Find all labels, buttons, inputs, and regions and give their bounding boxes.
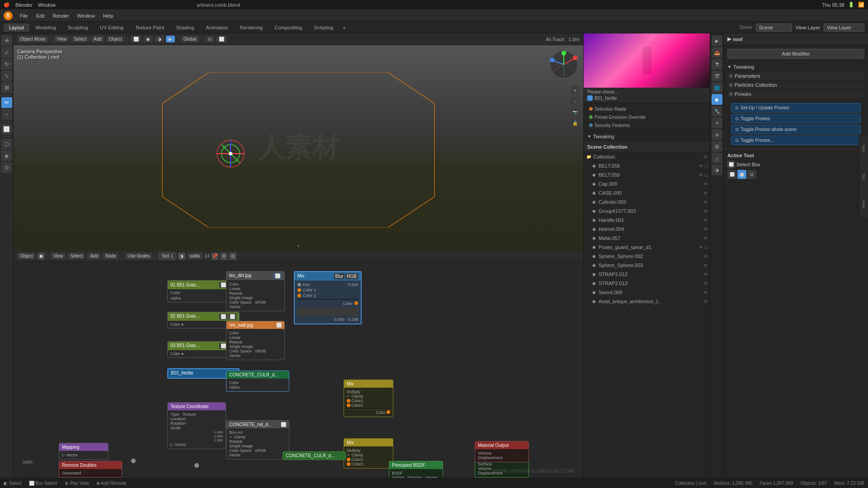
node-concrete-img[interactable]: CONCRETE_nsl_d... ⬜ Box Arc ✓ Clamp Repe… [226,420,289,460]
select-box-icon[interactable]: ⬜ [727,161,735,168]
node-bottom-1[interactable]: Mapping ▷ Vector [59,443,108,460]
outliner-item-sphere003[interactable]: ◉ Sphere_Sphere.003 👁 [584,261,710,270]
material-icon[interactable]: ◑ [178,253,185,260]
tool-tab[interactable]: Tool [859,163,868,190]
camera-btn[interactable]: 📷 [571,108,580,117]
case000-eye[interactable]: 👁 [703,191,708,196]
menu-file[interactable]: File [16,12,32,19]
node-texture-coord[interactable]: Texture Coordinate Type Texture Location… [167,402,226,449]
belt059-restrict[interactable]: ◻ [704,173,708,178]
node-mix-center[interactable]: Mix Blur RGB Fac 0.500 [294,271,362,324]
toggle-proxies-btn[interactable]: ⊙ Toggle Proxies [731,114,861,123]
prop-particles[interactable]: ✦ [712,117,722,128]
tab-animation[interactable]: Animation [201,23,234,32]
tool-rotate[interactable]: ↻ [1,59,12,70]
tab-sculpting[interactable]: Sculpting [62,23,94,32]
node-mix-btn1[interactable]: Blur [334,273,345,279]
node-02-btn2[interactable]: ⬜ [228,314,236,319]
view-layer-input[interactable] [824,23,864,32]
item-tab[interactable]: Item [859,136,868,163]
tool-add-obj[interactable]: ⬜ [1,124,12,135]
metal057-eye[interactable]: 👁 [703,236,708,241]
pin-icon[interactable]: 📌 [211,253,218,260]
node-img-tex-2[interactable]: nrk_wall.jpg ⬜ Color Linear Repeat Singl… [226,321,285,360]
tool-annotate[interactable]: ✏ [1,97,12,108]
tab-modeling[interactable]: Modeling [30,23,61,32]
node-tex-btn[interactable]: ⬜ [274,273,282,279]
node-yellow-mix[interactable]: Mix Multiply ✓ Clamp Color1 Color2 [344,380,393,417]
outliner-item-asset-antique[interactable]: ◉ Asset_antique_architecture_1... 👁 [584,297,710,306]
zoom-in-btn[interactable]: + [571,86,580,95]
prop-scene[interactable]: 🎬 [712,70,722,81]
color-mode-btn-2[interactable]: ⬤ [737,170,746,179]
particles-collection-row[interactable]: ⊙ Particles Collection [727,81,864,89]
menu-edit[interactable]: Edit [33,12,48,19]
sphere002-eye[interactable]: 👁 [703,254,708,259]
outliner-item-cylinder003[interactable]: ◉ Cylinder.003 👁 [584,197,710,206]
outliner-item-strap2013[interactable]: ◉ STRAP2.013 👁 [584,279,710,288]
tab-add[interactable]: + [340,23,349,32]
add-modifier-btn[interactable]: Add Modifier [727,49,864,59]
node-concrete-color[interactable]: CONCRETE_CULR_d... Color Alpha [226,371,289,392]
tweaking-header[interactable]: ▼ Tweaking [585,132,708,141]
node-02-btn1[interactable]: ⬜ [219,314,227,319]
mode-dropdown[interactable]: Object Mode [17,36,48,42]
sword000-eye[interactable]: 👁 [703,290,708,295]
outliner-item-collection[interactable]: 📁 Collection 👁 [584,152,710,161]
prop-constraints[interactable]: ⛓ [712,141,722,152]
tool-transform[interactable]: ⊞ [1,82,12,93]
strap2012-eye[interactable]: 👁 [703,272,708,277]
select-box-row[interactable]: ⬜ Select Box [727,161,864,168]
menu-help[interactable]: Help [99,12,117,19]
outliner-item-belt058[interactable]: ◉ BELT.058 👁 ◻ [584,161,710,170]
cap000-eye[interactable]: 👁 [703,182,708,187]
apple-menu[interactable]: 🍎 [4,2,10,8]
menu-window[interactable]: Window [74,12,99,19]
shading-solid[interactable]: ◉ [143,36,153,42]
outliner-item-strap2012[interactable]: ◉ STRAP2.012 👁 [584,270,710,279]
prop-object[interactable]: ◉ [712,94,722,105]
tool-n1[interactable]: ⬡ [1,139,12,150]
handle001-eye[interactable]: 👁 [703,218,708,223]
preset-emission-row[interactable]: Preset Emission Override [587,113,706,121]
outliner-item-handle001[interactable]: ◉ Handle.001 👁 [584,216,710,225]
scene-input[interactable] [756,23,792,32]
node-yellow-mix2[interactable]: Mix Multiply ✓ Clamp Color1 Color2 [344,438,393,469]
ne-select[interactable]: Select [67,253,85,259]
tab-layout[interactable]: Layout [4,23,29,32]
tab-shading[interactable]: Shading [170,23,199,32]
group41377-eye[interactable]: 👁 [703,209,708,214]
tool-n2[interactable]: ◈ [1,150,12,161]
color-mode-btn-3[interactable]: ⊡ [747,170,756,179]
tab-uv-editing[interactable]: UV Editing [94,23,129,32]
zoom-out-btn[interactable]: − [571,97,580,106]
prop-render[interactable]: ▶ [712,35,722,46]
outliner-item-group41377[interactable]: ◉ Group41377.003 👁 [584,206,710,216]
node-principled[interactable]: Principled BSDF BSDF Surface Emission Vo… [389,461,443,478]
object-menu[interactable]: Object [106,36,125,42]
global-local[interactable]: Global [181,36,199,42]
belt058-eye[interactable]: 👁 [699,164,703,169]
view-menu[interactable]: View [54,36,70,42]
prop-output[interactable]: 📤 [712,47,722,58]
node-type-icon[interactable]: ⬣ [38,253,45,260]
parameters-row[interactable]: ⊙ Parameters [727,72,864,80]
prop-modifier[interactable]: 🔧 [712,106,722,117]
xray-toggle[interactable]: ⬜ [216,36,227,42]
overlay-toggle[interactable]: ⊙ [205,36,214,42]
toggle-proxies-whole-scene-btn[interactable]: ⊙ Toggle Proxies whole scene [731,125,861,134]
window-menu[interactable]: Window [38,2,56,8]
outliner-item-metal057[interactable]: ◉ Metal.057 👁 [584,234,710,243]
view-tab[interactable]: View [859,191,868,218]
tab-rendering[interactable]: Rendering [234,23,268,32]
tool-measure[interactable]: ↔ [1,109,12,120]
ne-add[interactable]: Add [87,253,101,259]
posesguard-eye[interactable]: 👁 [699,245,703,250]
preview-btn-play[interactable] [587,95,593,101]
shading-rendered[interactable]: ▶ [166,36,175,42]
outliner-item-belt059[interactable]: ◉ BELT.059 👁 ◻ [584,170,710,179]
outliner-item-helmet004[interactable]: ◉ Helmet.004 👁 [584,225,710,234]
setup-update-proxies-btn[interactable]: ⊙ Set-Up / Update Proxies [731,103,861,113]
snap-icon[interactable]: ⊙ [229,253,236,260]
outliner-item-case000[interactable]: ◉ CASE.000 👁 [584,188,710,197]
